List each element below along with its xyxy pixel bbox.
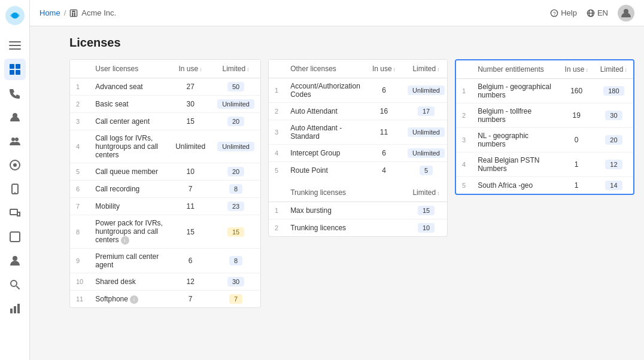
table-row: 5 Route Point 4 5 <box>269 162 448 179</box>
limited-value: 7 <box>211 291 260 308</box>
in-use-value: Unlimited <box>169 130 211 163</box>
license-name: Premium call center agent <box>89 249 169 273</box>
table-row: 5 South Africa -geo 1 14 <box>456 177 633 194</box>
row-number: 6 <box>70 181 89 198</box>
analytics-icon[interactable] <box>4 298 26 319</box>
limited-badge: 17 <box>418 106 435 116</box>
phone-icon[interactable] <box>4 178 26 200</box>
limited-value: Unlimited <box>402 145 448 162</box>
limited-value: 5 <box>402 162 448 179</box>
user-avatar[interactable] <box>618 5 634 22</box>
calls-icon[interactable] <box>4 83 26 104</box>
table-row: 1 Belgium - geographical numbers 160 180 <box>456 79 633 103</box>
breadcrumb: Home / Acme Inc. <box>40 8 116 17</box>
svg-rect-22 <box>17 304 20 313</box>
in-use-value: 6 <box>366 145 402 162</box>
in-use-value: 30 <box>169 96 211 113</box>
limited-badge: 10 <box>418 223 435 233</box>
table-row: 9 Premium call center agent 6 8 <box>70 249 260 273</box>
license-name: Trunking licences <box>284 219 375 237</box>
contacts-icon[interactable] <box>4 106 26 128</box>
row-number: 1 <box>269 78 284 103</box>
table-row: 3 NL - geographic numbers 0 20 <box>456 128 633 152</box>
in-use-value: 7 <box>169 181 211 198</box>
limited-value: Unlimited <box>211 96 260 113</box>
limited-badge: 5 <box>420 166 433 175</box>
in-use-value: 0 <box>559 128 594 152</box>
license-name: Auto Attendant - Standard <box>284 120 366 145</box>
table-row: 3 Auto Attendant - Standard 11 Unlimited <box>269 120 448 145</box>
row-number: 3 <box>269 120 284 145</box>
users-icon[interactable] <box>4 250 26 271</box>
limited-badge: Unlimited <box>408 127 445 137</box>
svg-rect-4 <box>9 48 21 50</box>
license-name: Account/Authorization Codes <box>284 78 366 103</box>
in-use-value: 160 <box>559 79 594 103</box>
table-row: 1 Max bursting 15 <box>269 202 447 219</box>
user-limited-header: Limited↕ <box>211 60 260 78</box>
svg-point-18 <box>13 256 17 261</box>
limited-value: 20 <box>594 128 633 152</box>
row-number: 2 <box>456 103 472 128</box>
table-row: 3 Call center agent 15 20 <box>70 113 260 130</box>
top-bar-actions: ? Help EN <box>550 5 634 22</box>
svg-point-1 <box>12 13 18 19</box>
table-row: 5 Call queue member 10 20 <box>70 163 260 181</box>
groups-icon[interactable] <box>4 130 26 152</box>
home-link[interactable]: Home <box>40 8 60 17</box>
svg-point-19 <box>11 280 17 286</box>
help-label: Help <box>561 8 577 17</box>
limited-badge: 8 <box>229 184 242 194</box>
row-number: 4 <box>456 152 472 177</box>
in-use-value: 6 <box>169 249 211 273</box>
license-name: Basic seat <box>89 96 169 113</box>
media-icon[interactable] <box>4 226 26 248</box>
svg-rect-7 <box>10 70 14 75</box>
row-number: 3 <box>456 128 472 152</box>
language-button[interactable]: EN <box>587 8 608 17</box>
svg-rect-20 <box>10 309 13 313</box>
limited-badge: 14 <box>605 181 622 190</box>
table-row: 1 Advanced seat 27 50 <box>70 78 260 96</box>
row-number: 2 <box>269 219 284 237</box>
limited-badge: 15 <box>227 227 244 237</box>
in-use-value: 4 <box>366 162 402 179</box>
limited-value: 30 <box>594 103 633 128</box>
limited-badge: 50 <box>227 82 244 91</box>
entitlement-name: Belgium - geographical numbers <box>472 79 558 103</box>
other-licenses-table: Other licenses In use↕ Limited↕ 1 Accoun… <box>268 59 448 237</box>
in-use-value: 10 <box>169 163 211 181</box>
limited-badge: 15 <box>418 206 435 215</box>
limited-badge: 12 <box>605 160 622 169</box>
row-number: 11 <box>70 291 89 308</box>
in-use-value: 19 <box>559 103 594 128</box>
limited-value: Unlimited <box>402 120 448 145</box>
in-use-value: 6 <box>366 78 402 103</box>
globe-icon <box>587 9 595 17</box>
number-limited-header: Limited↕ <box>594 60 633 79</box>
limited-badge: 7 <box>229 294 242 304</box>
monitor-icon[interactable] <box>4 154 26 176</box>
svg-rect-24 <box>72 12 74 16</box>
info-icon[interactable]: i <box>130 295 138 304</box>
table-row: 2 Basic seat 30 Unlimited <box>70 96 260 113</box>
limited-badge: 180 <box>603 86 624 96</box>
limited-badge: 20 <box>227 117 244 126</box>
limited-value: 23 <box>211 198 260 215</box>
svg-rect-21 <box>14 306 16 313</box>
entitlement-name: NL - geographic numbers <box>472 128 558 152</box>
search-icon[interactable] <box>4 274 26 295</box>
info-icon[interactable]: i <box>121 236 129 245</box>
help-button[interactable]: ? Help <box>550 8 577 17</box>
in-use-value: 1 <box>559 177 594 194</box>
devices-icon[interactable] <box>4 202 26 224</box>
company-name: Acme Inc. <box>81 8 116 17</box>
row-number: 4 <box>269 145 284 162</box>
svg-rect-25 <box>74 12 75 16</box>
row-number: 3 <box>70 113 89 130</box>
in-use-value: 11 <box>366 120 402 145</box>
limited-value: 15 <box>211 215 260 249</box>
entitlement-name: Belgium - tollfree numbers <box>472 103 558 128</box>
menu-icon[interactable] <box>4 35 26 56</box>
dashboard-icon[interactable] <box>4 59 26 80</box>
